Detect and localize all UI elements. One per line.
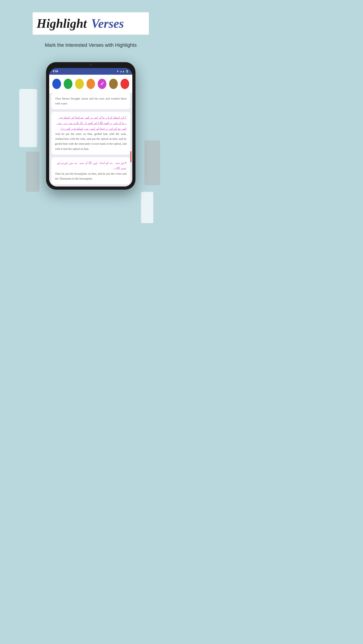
phone-wrapper: 9:59 ▼ ▲▲ 🔋 — [33, 62, 149, 190]
verse-3-urdu: 8.اور سینہ بند کو اسکے اوپر لگا کر سینہ … — [55, 160, 126, 171]
deco-card-left2 — [26, 152, 39, 192]
deco-card-right2 — [141, 192, 153, 223]
color-blue[interactable] — [52, 79, 61, 89]
color-brown[interactable] — [109, 79, 118, 89]
wifi-icon: ▼ — [116, 70, 119, 73]
deco-card-right — [144, 140, 160, 185]
verse-card-1: Then Moses brought Aaron and his sons an… — [51, 93, 130, 109]
deco-card-left — [19, 89, 37, 147]
color-picker[interactable] — [49, 75, 132, 93]
title-container: Highlight Verses — [33, 12, 149, 35]
header-section: Highlight Verses Mark the Interested Ver… — [0, 0, 181, 53]
phone-screen: 9:59 ▼ ▲▲ 🔋 — [49, 68, 132, 186]
notch-area — [49, 65, 132, 68]
notch — [77, 63, 104, 68]
verse-card-3: 8.اور سینہ بند کو اسکے اوپر لگا کر سینہ … — [51, 157, 130, 184]
scroll-indicator[interactable] — [130, 151, 131, 162]
title-verses: Verses — [91, 16, 124, 31]
status-time: 9:59 — [53, 70, 58, 73]
color-yellow[interactable] — [75, 79, 84, 89]
status-icons: ▼ ▲▲ 🔋 — [116, 70, 129, 73]
phone-mockup: 9:59 ▼ ▲▲ 🔋 — [46, 62, 135, 190]
verse-1-english: Then Moses brought Aaron and his sons an… — [55, 96, 126, 106]
color-orange[interactable] — [86, 79, 95, 89]
battery-icon: 🔋 — [126, 70, 129, 73]
verse-card-2: 7.اور اسکو کرتا پہنا کر اس پر کمر بند لپ… — [51, 112, 130, 154]
camera-dot — [90, 64, 92, 66]
color-red[interactable] — [120, 79, 129, 89]
status-bar: 9:59 ▼ ▲▲ 🔋 — [49, 68, 132, 75]
color-purple[interactable] — [98, 79, 106, 89]
verse-2-urdu-highlighted: 7.اور اسکو کرتا پہنا کر اس پر کمر بند لپ… — [55, 115, 126, 132]
title-highlight: Highlight — [37, 16, 87, 31]
color-green[interactable] — [64, 79, 72, 89]
subtitle: Mark the Interested Verses with Highligh… — [36, 41, 146, 49]
signal-icon: ▲▲ — [120, 70, 125, 73]
verse-content-area: Then Moses brought Aaron and his sons an… — [49, 93, 132, 186]
verse-2-english: And he put the tunic on him, girded him … — [55, 132, 126, 151]
verse-3-english: Then he put the breastplate on him, and … — [55, 171, 126, 181]
